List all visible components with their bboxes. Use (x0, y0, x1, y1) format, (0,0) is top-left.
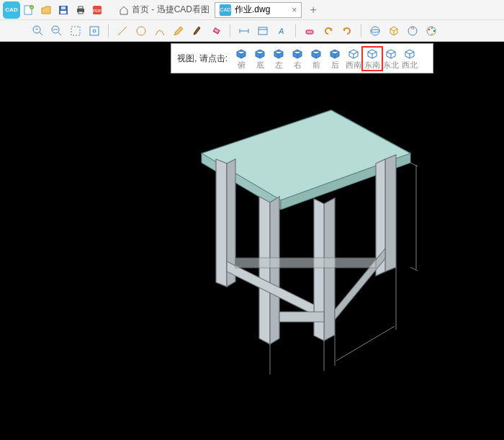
redo-icon[interactable] (339, 23, 355, 39)
svg-marker-44 (385, 155, 396, 271)
view-top[interactable]: 俯 (232, 48, 251, 70)
tab-home[interactable]: 首页 - 迅捷CAD看图 (114, 2, 215, 18)
zoom-extents-icon[interactable] (86, 23, 102, 39)
tab-bar: 首页 - 迅捷CAD看图 CAD 作业.dwg × + (114, 1, 325, 19)
separator (230, 24, 230, 37)
zoom-in-icon[interactable]: + (30, 23, 46, 39)
svg-point-38 (431, 32, 433, 34)
print-icon[interactable] (74, 4, 87, 17)
tab-close-icon[interactable]: × (292, 5, 297, 15)
cube-left-icon (271, 48, 286, 60)
svg-text:N: N (411, 26, 414, 30)
tab-home-label: 首页 - 迅捷CAD看图 (132, 4, 210, 16)
view-nw[interactable]: 西北 (400, 48, 419, 70)
svg-rect-5 (61, 6, 66, 9)
circle-icon[interactable] (133, 23, 149, 39)
svg-marker-48 (259, 197, 270, 344)
view-nw-label: 西北 (400, 60, 419, 70)
svg-point-31 (371, 30, 379, 32)
brush-icon[interactable] (189, 23, 205, 39)
view-sw[interactable]: 西南 (344, 48, 363, 70)
orbit-icon[interactable] (367, 23, 383, 39)
pdf-icon[interactable]: PDF (91, 4, 104, 17)
main-toolbar: + A N (0, 20, 504, 42)
cube-right-icon (290, 48, 305, 60)
svg-line-15 (58, 32, 61, 35)
view-se-label: 东南 (363, 60, 382, 70)
svg-marker-46 (324, 198, 335, 341)
svg-rect-18 (90, 27, 99, 35)
view-left-label: 左 (269, 60, 288, 70)
cube-top-icon (234, 48, 248, 60)
svg-rect-17 (71, 27, 80, 35)
arc-icon[interactable] (152, 23, 168, 39)
cube-nw-icon (402, 48, 417, 60)
view-front-label: 前 (307, 60, 325, 70)
view-back[interactable]: 后 (325, 48, 344, 70)
svg-line-59 (336, 326, 395, 361)
svg-text:A: A (278, 27, 284, 35)
palette-icon[interactable] (423, 23, 439, 39)
new-file-icon[interactable]: + (22, 4, 35, 17)
cad-badge-icon: CAD (220, 4, 231, 16)
zoom-out-icon[interactable] (49, 23, 65, 39)
cube-bottom-icon (253, 48, 267, 60)
text-icon[interactable]: A (274, 23, 289, 39)
svg-marker-49 (270, 197, 279, 344)
view-popup: 视图, 请点击: 俯底左右前后西南东南东北西北 (171, 43, 433, 73)
layer-icon[interactable] (255, 23, 271, 39)
svg-text:+: + (30, 5, 33, 9)
view-bottom[interactable]: 底 (251, 48, 269, 70)
svg-point-30 (371, 27, 379, 35)
save-icon[interactable] (57, 4, 70, 17)
eraser-icon[interactable] (208, 23, 224, 39)
view-right[interactable]: 右 (288, 48, 307, 70)
svg-rect-4 (60, 11, 66, 14)
tab-new[interactable]: + (302, 2, 324, 18)
svg-line-54 (410, 163, 418, 166)
svg-point-37 (433, 30, 435, 31)
cube-ne-icon (384, 48, 398, 60)
view-popup-label: 视图, 请点击: (171, 53, 232, 65)
box3d-icon[interactable] (386, 23, 402, 39)
cube-se-icon (365, 48, 379, 60)
dimension-icon[interactable] (236, 23, 252, 39)
svg-marker-53 (279, 312, 324, 322)
svg-rect-8 (78, 12, 83, 14)
drawing-canvas[interactable]: 视图, 请点击: 俯底左右前后西南东南东北西北 (0, 42, 504, 440)
erase2-icon[interactable] (302, 23, 318, 39)
svg-point-19 (93, 30, 96, 32)
svg-marker-52 (235, 258, 376, 268)
view-left[interactable]: 左 (269, 48, 288, 70)
svg-line-20 (118, 27, 127, 35)
separator (295, 24, 296, 37)
separator (361, 24, 361, 37)
view-top-label: 俯 (232, 60, 251, 70)
view-bottom-label: 底 (251, 60, 269, 70)
zoom-window-icon[interactable] (68, 23, 84, 39)
svg-marker-42 (216, 159, 227, 287)
view-sw-label: 西南 (344, 60, 363, 70)
view-back-label: 后 (325, 60, 344, 70)
svg-rect-22 (213, 27, 220, 33)
view-right-label: 右 (288, 60, 307, 70)
line-icon[interactable] (114, 23, 130, 39)
undo-icon[interactable] (320, 23, 336, 39)
separator (108, 24, 109, 37)
pencil-icon[interactable] (171, 23, 186, 39)
view-front[interactable]: 前 (307, 48, 325, 70)
app-logo: CAD (3, 1, 20, 19)
svg-line-12 (40, 32, 42, 35)
svg-text:+: + (35, 26, 39, 32)
view-se[interactable]: 东南 (363, 48, 382, 70)
model-table (151, 81, 439, 398)
svg-rect-7 (78, 6, 83, 9)
svg-rect-26 (258, 27, 267, 35)
svg-rect-29 (306, 30, 313, 34)
tab-active[interactable]: CAD 作业.dwg × (215, 2, 302, 18)
cube-sw-icon (346, 48, 361, 60)
compass-icon[interactable]: N (405, 23, 420, 39)
open-file-icon[interactable] (40, 4, 53, 17)
svg-point-21 (137, 27, 145, 35)
view-ne[interactable]: 东北 (382, 48, 400, 70)
